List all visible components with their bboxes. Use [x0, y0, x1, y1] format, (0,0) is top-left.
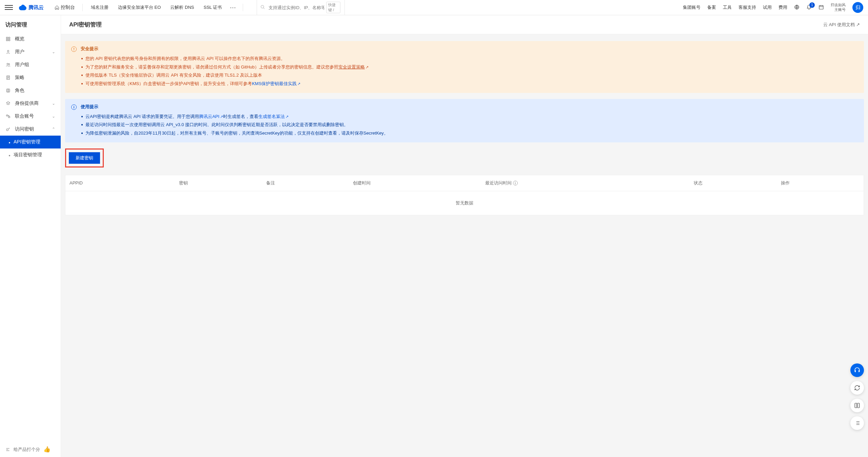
- users-icon: [5, 62, 11, 67]
- top-link[interactable]: 试用: [763, 4, 772, 11]
- top-products: 域名注册 边缘安全加速平台 EO 云解析 DNS SSL 证书 ···: [86, 4, 239, 11]
- doc-link[interactable]: 云 API 使用文档 ↗: [823, 22, 860, 28]
- menu-toggle[interactable]: [5, 5, 13, 10]
- alert-line: 您的 API 密钥代表您的账号身份和所拥有的权限，使用腾讯云 API 可以操作您…: [81, 55, 369, 63]
- page-header: API密钥管理 云 API 使用文档 ↗: [61, 15, 868, 34]
- list-fab[interactable]: [850, 416, 864, 430]
- more-products[interactable]: ···: [226, 4, 239, 11]
- info-icon: i: [71, 104, 77, 110]
- brand-text: 腾讯云: [28, 4, 44, 11]
- sidebar-item-usergroup[interactable]: 用户组: [0, 58, 61, 71]
- kms-link[interactable]: KMS保护密钥最佳实践: [252, 81, 297, 86]
- col-appid: APPID: [65, 175, 175, 191]
- product-link[interactable]: 域名注册: [86, 4, 113, 11]
- col-actions: 操作: [777, 175, 864, 191]
- notification-count: 1: [809, 2, 815, 8]
- alert-line: 为了您的财产和服务安全，请妥善保存和定期更换密钥，请勿通过任何方式（如 GitH…: [81, 63, 369, 72]
- svg-point-0: [261, 5, 264, 8]
- col-lastaccess: 最近访问时间i: [481, 175, 690, 191]
- sidebar-item-accesskey[interactable]: 访问密钥⌃: [0, 123, 61, 136]
- search-input[interactable]: [261, 5, 324, 10]
- intl-icon[interactable]: [794, 4, 800, 11]
- svg-rect-2: [819, 5, 823, 9]
- svg-rect-6: [8, 39, 10, 41]
- topnav-right: 集团账号 备案 工具 客服支持 试用 费用 1 归去如风 主账号 归: [683, 2, 863, 13]
- signature-algo-link[interactable]: 生成签名算法: [258, 114, 285, 119]
- alert-title: 使用提示: [81, 104, 388, 110]
- external-link-icon: ↗: [220, 115, 223, 119]
- product-link[interactable]: 云解析 DNS: [165, 4, 199, 11]
- svg-rect-14: [8, 117, 10, 118]
- sidebar-item-idp[interactable]: 身份提供商⌄: [0, 97, 61, 110]
- sidebar-sub-projectkey[interactable]: 项目密钥管理: [0, 148, 61, 161]
- svg-rect-3: [6, 37, 8, 39]
- sidebar-sub-apikey[interactable]: API密钥管理: [0, 136, 61, 148]
- search-wrap: 快捷键 /: [257, 0, 345, 15]
- top-link[interactable]: 集团账号: [683, 4, 701, 11]
- product-link[interactable]: SSL 证书: [199, 4, 226, 11]
- brand-logo[interactable]: 腾讯云: [19, 4, 44, 11]
- support-fab[interactable]: [850, 363, 864, 377]
- avatar[interactable]: 归: [852, 2, 863, 13]
- product-link[interactable]: 边缘安全加速平台 EO: [113, 4, 165, 11]
- sidebar-item-overview[interactable]: 概览: [0, 33, 61, 45]
- top-link[interactable]: 备案: [707, 4, 716, 11]
- info-icon[interactable]: i: [513, 181, 518, 185]
- sidebar-item-policy[interactable]: 策略: [0, 71, 61, 84]
- role-icon: [5, 88, 11, 93]
- chevron-down-icon: ⌄: [52, 49, 55, 54]
- alert-line: 最近访问时间指最近一次使用密钥调用云 API_v3.0 接口的时间。此时间仅供判…: [81, 121, 388, 129]
- search-icon: [260, 5, 265, 11]
- alert-line: 可使用密钥管理系统（KMS）白盒密钥进一步保护API密钥，提升安全性，详细可参考…: [81, 80, 369, 88]
- notification-bell[interactable]: 1: [806, 4, 812, 11]
- svg-point-7: [7, 50, 9, 52]
- sidebar-item-federation[interactable]: 联合账号⌄: [0, 110, 61, 123]
- tencent-api-link[interactable]: 腾讯云API: [199, 114, 219, 119]
- usage-alert: i 使用提示 云API密钥是构建腾讯云 API 请求的重要凭证。用于您调用腾讯云…: [65, 99, 864, 142]
- svg-point-12: [7, 90, 9, 91]
- chevron-down-icon: ⌄: [52, 101, 55, 106]
- top-nav: 腾讯云 控制台 域名注册 边缘安全加速平台 EO 云解析 DNS SSL 证书 …: [0, 0, 868, 15]
- sidebar: 访问管理 概览 用户⌄ 用户组 策略 角色 身份提供商⌄ 联合账号⌄: [0, 15, 61, 457]
- svg-rect-4: [8, 37, 10, 39]
- highlighted-frame: 新建密钥: [65, 148, 104, 167]
- keys-table: APPID 密钥 备注 创建时间 最近访问时间i 状态 操作 暂无数据: [65, 175, 864, 215]
- key-icon: [5, 127, 11, 132]
- sidebar-title: 访问管理: [0, 15, 61, 33]
- docs-fab[interactable]: [850, 399, 864, 412]
- sidebar-item-user[interactable]: 用户⌄: [0, 45, 61, 58]
- warning-icon: !: [71, 46, 77, 52]
- alert-title: 安全提示: [81, 46, 369, 52]
- svg-rect-5: [6, 39, 8, 41]
- col-remark: 备注: [262, 175, 349, 191]
- svg-point-15: [6, 129, 8, 131]
- svg-point-8: [7, 63, 8, 65]
- create-key-button[interactable]: 新建密钥: [69, 152, 100, 164]
- link-icon: [5, 114, 11, 119]
- alert-line: 为降低密钥泄漏的风险，自2023年11月30日起，对所有主账号、子账号的密钥，关…: [81, 129, 388, 138]
- main: API密钥管理 云 API 使用文档 ↗ ! 安全提示 您的 API 密钥代表您…: [61, 15, 868, 457]
- security-policy-link[interactable]: 安全设置策略: [338, 64, 365, 69]
- col-created: 创建时间: [349, 175, 481, 191]
- top-link[interactable]: 工具: [723, 4, 732, 11]
- chevron-up-icon: ⌃: [52, 127, 55, 132]
- calendar-icon[interactable]: [818, 4, 824, 11]
- external-link-icon: ↗: [856, 22, 860, 27]
- doc-icon: [5, 75, 11, 80]
- security-alert: ! 安全提示 您的 API 密钥代表您的账号身份和所拥有的权限，使用腾讯云 AP…: [65, 41, 864, 93]
- refresh-fab[interactable]: [850, 381, 864, 395]
- external-link-icon: ↗: [285, 115, 289, 119]
- alert-line: 云API密钥是构建腾讯云 API 请求的重要凭证。用于您调用腾讯云API↗时生成…: [81, 113, 388, 121]
- svg-rect-13: [6, 115, 8, 116]
- console-link[interactable]: 控制台: [51, 4, 79, 11]
- page-title: API密钥管理: [69, 21, 102, 28]
- external-link-icon: ↗: [297, 82, 300, 86]
- external-link-icon: ↗: [366, 65, 369, 69]
- sidebar-footer[interactable]: 给产品打个分 👍: [0, 442, 61, 457]
- col-key: 密钥: [175, 175, 262, 191]
- account-name[interactable]: 归去如风 主账号: [831, 3, 846, 12]
- thumbs-up-icon: 👍: [43, 446, 51, 453]
- sidebar-item-role[interactable]: 角色: [0, 84, 61, 97]
- top-link[interactable]: 客服支持: [738, 4, 756, 11]
- top-link[interactable]: 费用: [778, 4, 787, 11]
